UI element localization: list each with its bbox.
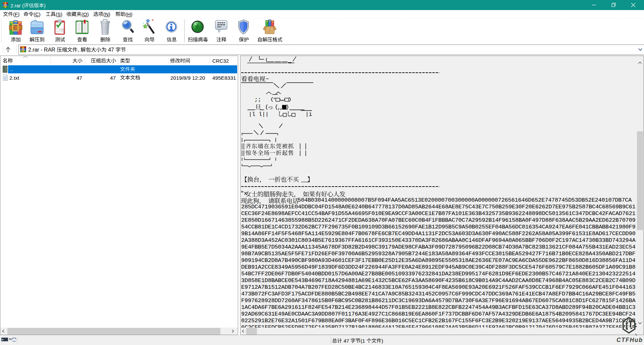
svg-text:"x: "x xyxy=(240,190,247,197)
svg-text:|l l||: |l l|| xyxy=(249,111,269,118)
svg-text:): ) xyxy=(87,11,89,17)
svg-text:47: 47 xyxy=(76,75,82,81)
svg-text:CTFHub: CTFHub xyxy=(616,337,643,343)
svg-text:..: .. xyxy=(10,67,13,72)
svg-text:|i: |i xyxy=(306,111,312,118)
svg-text:): ) xyxy=(109,11,110,17)
svg-text:~: ~ xyxy=(266,76,269,82)
svg-text:47: 47 xyxy=(342,338,351,344)
svg-text:2.txt: 2.txt xyxy=(9,75,19,81)
svg-text:2019/8/9 12:20: 2019/8/9 12:20 xyxy=(170,75,205,81)
svg-text:S: S xyxy=(57,11,61,17)
svg-text:): ) xyxy=(44,3,46,8)
svg-text:N: N xyxy=(105,11,109,17)
svg-text:): ) xyxy=(61,11,62,17)
svg-text:C: C xyxy=(35,11,39,17)
svg-text:F: F xyxy=(15,11,18,17)
svg-text:;;: ;; xyxy=(255,96,261,103)
svg-text:(1: (1 xyxy=(361,338,367,344)
svg-text:): ) xyxy=(130,11,132,17)
svg-text:47: 47 xyxy=(107,47,116,53)
svg-text:): ) xyxy=(18,11,19,17)
svg-text:): ) xyxy=(382,338,383,344)
svg-text:): ) xyxy=(39,11,40,17)
svg-text:2.rar (: 2.rar ( xyxy=(10,3,24,8)
svg-text:2.rar - RAR: 2.rar - RAR xyxy=(28,47,57,53)
svg-text:47: 47 xyxy=(110,75,116,81)
svg-text:495E8331: 495E8331 xyxy=(212,75,236,81)
svg-text:,: , xyxy=(77,47,80,53)
svg-text:CRC32: CRC32 xyxy=(212,58,229,64)
svg-text:H: H xyxy=(127,11,131,17)
svg-text:O: O xyxy=(83,11,87,17)
